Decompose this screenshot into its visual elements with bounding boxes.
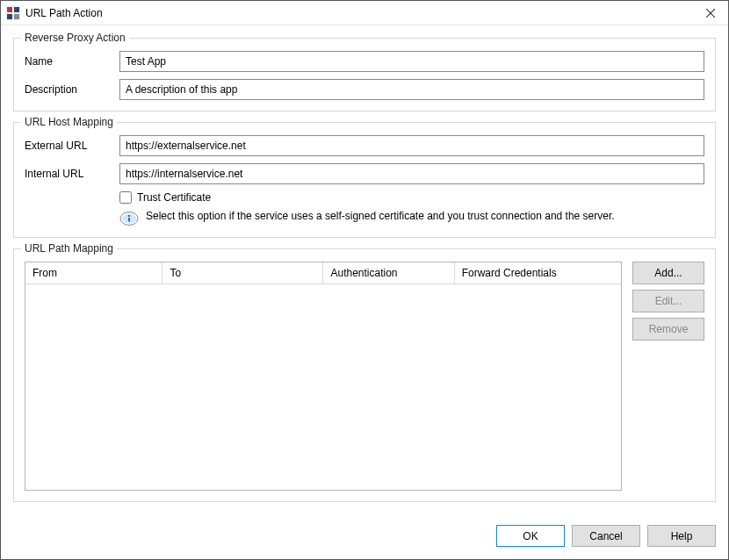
ok-button[interactable]: OK [496, 525, 565, 547]
host-mapping-group: URL Host Mapping External URL Internal U… [13, 122, 716, 238]
cancel-button[interactable]: Cancel [572, 525, 640, 547]
reverse-proxy-legend: Reverse Proxy Action [21, 32, 129, 44]
dialog-window: URL Path Action Reverse Proxy Action Nam… [0, 0, 729, 560]
dialog-body: Reverse Proxy Action Name Description UR… [1, 25, 728, 516]
internal-url-label: Internal URL [25, 168, 119, 180]
reverse-proxy-group: Reverse Proxy Action Name Description [13, 38, 716, 111]
add-button[interactable]: Add... [632, 262, 704, 284]
edit-button[interactable]: Edit... [632, 290, 704, 312]
svg-rect-4 [14, 14, 19, 19]
svg-rect-10 [128, 218, 130, 222]
path-mapping-table[interactable]: From To Authentication Forward Credentia… [25, 262, 622, 491]
app-icon [6, 6, 20, 20]
trust-certificate-label: Trust Certificate [137, 191, 211, 204]
info-icon [119, 211, 139, 226]
svg-rect-1 [7, 7, 12, 12]
path-mapping-legend: URL Path Mapping [21, 242, 117, 255]
col-auth[interactable]: Authentication [323, 262, 454, 284]
path-mapping-buttons: Add... Edit... Remove [632, 262, 704, 491]
window-title: URL Path Action [25, 7, 693, 19]
title-bar: URL Path Action [1, 1, 728, 25]
col-from[interactable]: From [25, 262, 162, 284]
trust-certificate-checkbox[interactable] [119, 191, 132, 204]
name-label: Name [25, 55, 119, 68]
external-url-input[interactable] [119, 135, 704, 156]
name-input[interactable] [119, 51, 704, 72]
close-icon[interactable] [693, 1, 728, 25]
svg-rect-3 [7, 14, 12, 19]
col-to[interactable]: To [162, 262, 323, 284]
remove-button[interactable]: Remove [632, 318, 704, 341]
external-url-label: External URL [25, 140, 119, 152]
description-input[interactable] [119, 79, 704, 100]
host-mapping-legend: URL Host Mapping [21, 116, 117, 128]
dialog-footer: OK Cancel Help [1, 516, 728, 559]
trust-info-text: Select this option if the service uses a… [146, 209, 615, 223]
internal-url-input[interactable] [119, 163, 704, 184]
svg-rect-2 [14, 7, 19, 12]
help-button[interactable]: Help [647, 525, 716, 547]
col-forward[interactable]: Forward Credentials [454, 262, 621, 284]
svg-point-9 [128, 215, 130, 217]
description-label: Description [25, 83, 119, 96]
path-mapping-group: URL Path Mapping From To [13, 248, 716, 502]
